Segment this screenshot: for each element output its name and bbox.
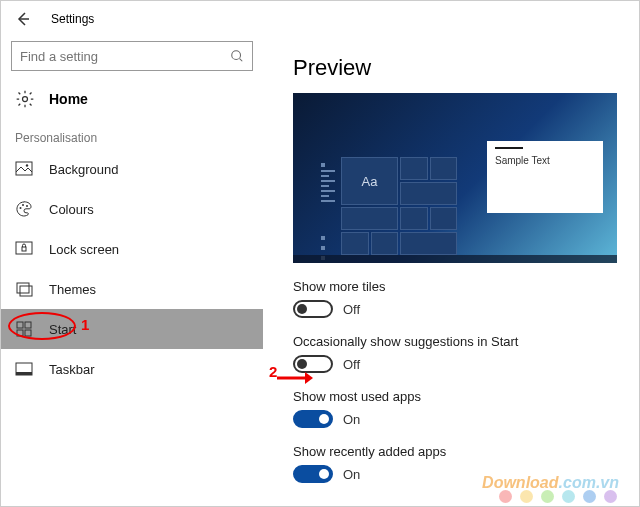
svg-rect-16 — [16, 372, 32, 375]
section-label: Personalisation — [1, 117, 263, 149]
home-row[interactable]: Home — [1, 81, 263, 117]
themes-icon — [15, 280, 33, 298]
window-title: Settings — [51, 12, 94, 26]
search-input[interactable] — [20, 49, 230, 64]
svg-rect-9 — [17, 283, 29, 293]
toggle-state-recent: On — [343, 467, 360, 482]
toggle-most-used[interactable] — [293, 410, 333, 428]
toggle-state-more-tiles: Off — [343, 302, 360, 317]
toggle-more-tiles[interactable] — [293, 300, 333, 318]
preview-tile-aa: Aa — [341, 157, 398, 205]
sidebar-item-start[interactable]: Start — [1, 309, 263, 349]
main-panel: Preview Aa Sample Text — [263, 37, 639, 506]
sample-text: Sample Text — [495, 155, 595, 166]
sidebar-item-label: Taskbar — [49, 362, 249, 377]
preview-sample-card: Sample Text — [487, 141, 603, 213]
sidebar-item-background[interactable]: Background — [1, 149, 263, 189]
setting-label-more-tiles: Show more tiles — [293, 279, 617, 294]
sidebar-item-colours[interactable]: Colours — [1, 189, 263, 229]
search-icon — [230, 49, 244, 63]
toggle-state-suggestions: Off — [343, 357, 360, 372]
svg-rect-13 — [17, 330, 23, 336]
lock-screen-icon — [15, 240, 33, 258]
svg-rect-2 — [16, 162, 32, 175]
picture-icon — [15, 160, 33, 178]
gear-icon — [15, 89, 35, 109]
sidebar-item-label: Background — [49, 162, 249, 177]
sidebar: Home Personalisation Background Colours … — [1, 37, 263, 506]
home-label: Home — [49, 91, 88, 107]
sidebar-item-label: Themes — [49, 282, 249, 297]
setting-label-recent: Show recently added apps — [293, 444, 617, 459]
watermark-dots — [499, 490, 617, 503]
sidebar-item-label: Lock screen — [49, 242, 249, 257]
svg-point-3 — [26, 164, 28, 166]
toggle-recent[interactable] — [293, 465, 333, 483]
svg-rect-11 — [17, 322, 23, 328]
svg-rect-8 — [22, 247, 26, 251]
preview-title: Preview — [293, 55, 617, 81]
setting-label-most-used: Show most used apps — [293, 389, 617, 404]
svg-point-0 — [232, 51, 241, 60]
svg-rect-12 — [25, 322, 31, 328]
svg-rect-14 — [25, 330, 31, 336]
back-button[interactable] — [13, 9, 33, 29]
svg-point-6 — [26, 205, 28, 207]
sidebar-item-themes[interactable]: Themes — [1, 269, 263, 309]
setting-label-suggestions: Occasionally show suggestions in Start — [293, 334, 617, 349]
palette-icon — [15, 200, 33, 218]
sidebar-item-label: Start — [49, 322, 249, 337]
toggle-state-most-used: On — [343, 412, 360, 427]
svg-point-4 — [20, 207, 22, 209]
search-box[interactable] — [11, 41, 253, 71]
toggle-suggestions[interactable] — [293, 355, 333, 373]
svg-point-1 — [23, 97, 28, 102]
svg-rect-10 — [20, 286, 32, 296]
sidebar-item-taskbar[interactable]: Taskbar — [1, 349, 263, 389]
svg-point-5 — [22, 204, 24, 206]
start-icon — [15, 320, 33, 338]
preview-image: Aa Sample Text — [293, 93, 617, 263]
sidebar-item-label: Colours — [49, 202, 249, 217]
sidebar-item-lock-screen[interactable]: Lock screen — [1, 229, 263, 269]
taskbar-icon — [15, 360, 33, 378]
